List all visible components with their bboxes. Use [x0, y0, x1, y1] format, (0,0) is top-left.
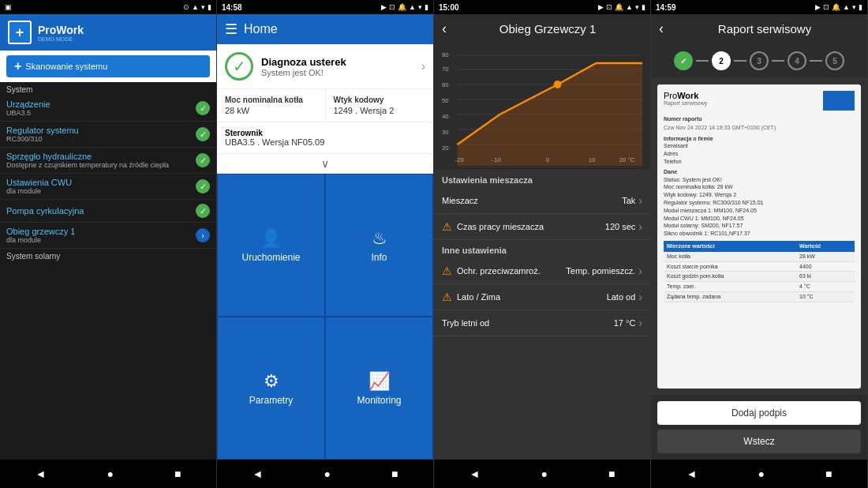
sterownik-row: Sterownik UBA3.5 . Wersja NF05.09 [217, 122, 433, 154]
doc-brand-pro: Pro [664, 91, 677, 100]
chevron-right-icon-2: › [638, 220, 642, 233]
nav-recents-icon-4[interactable]: ■ [825, 467, 832, 480]
svg-text:30: 30 [442, 129, 449, 136]
diag-check-icon: ✓ [225, 52, 253, 81]
step-1: ✓ [674, 51, 693, 70]
scan-button[interactable]: Skanowanie systemu [6, 55, 210, 77]
table-row: Żądana temp. zadana 10 °C [664, 291, 855, 302]
nav-recents-icon-3[interactable]: ■ [608, 467, 615, 480]
doc-report-no-label: Numer raportu [664, 115, 855, 123]
doc-dane-header: Dane [664, 168, 855, 176]
nav-home-icon-2[interactable]: ● [324, 467, 330, 480]
wtyk-label: Wtyk kodowy [334, 96, 426, 104]
mixer-time-value: 120 sec › [605, 220, 642, 233]
wifi-icon-4: ▾ [852, 3, 856, 11]
cast-icon: ⊡ [389, 3, 395, 11]
doc-cwu1: Moduł CWU 1: MM100, NF24.05 [664, 215, 855, 223]
section-title-system: System [0, 82, 216, 96]
battery-icon-4: ▮ [859, 3, 862, 11]
add-signature-button[interactable]: Dodaj podpis [657, 401, 861, 425]
back-button-3[interactable]: ‹ [442, 21, 447, 37]
doc-subtitle: Raport serwisowy [664, 100, 707, 106]
chevron-right-icon-5: › [638, 317, 642, 329]
expand-button[interactable]: ∨ [217, 154, 433, 174]
grid-item-info[interactable]: ♨ Info [325, 174, 433, 317]
nav-back-icon-3[interactable]: ◄ [470, 467, 481, 480]
arrow-right-icon: › [196, 228, 210, 242]
nav-home-icon-3[interactable]: ● [541, 467, 547, 480]
doc-header: ProWork Raport serwisowy [664, 91, 855, 111]
s3-header: ‹ Obieg Grzewczy 1 [434, 14, 650, 43]
grid-item-monitoring[interactable]: 📈 Monitoring [325, 317, 433, 460]
nav-back-icon-2[interactable]: ◄ [253, 467, 264, 480]
diag-text: Diagnoza usterek System jest OK! [261, 56, 346, 77]
moc-label: Moc nominalna kotła [225, 96, 317, 104]
list-item[interactable]: Obieg grzewczy 1 dla module › [0, 223, 216, 249]
grid-item-parametry[interactable]: ⚙ Parametry [217, 317, 325, 460]
play-icon-3: ▶ [598, 3, 604, 11]
s2-title: Home [244, 22, 278, 36]
doc-values-table: Mierzone wartości Wartość Moc kotła 28 k… [664, 241, 855, 302]
list-item[interactable]: Ustawienia CWU dla module ✓ [0, 174, 216, 200]
item-sub: dla module [6, 187, 72, 195]
back-button-report[interactable]: Wstecz [657, 430, 861, 453]
section-title-solar: System solarny [0, 249, 216, 262]
brand-pro: Pro [38, 24, 56, 36]
s1-header: + ProWork DEMO MODE [0, 14, 216, 51]
doc-regulator: Regulator systemu: RC300/310 NF15.01 [664, 199, 855, 207]
grid-label-uruchomienie: Uruchomienie [241, 252, 300, 263]
nav-home-icon-4[interactable]: ● [758, 467, 764, 480]
mixer-time-row[interactable]: ⚠ Czas pracy mieszacza 120 sec › [434, 214, 650, 240]
list-item[interactable]: Pompa cyrkulacyjna ✓ [0, 200, 216, 223]
chevron-right-icon-3: › [638, 265, 642, 277]
status-icons-left: ▣ [5, 3, 12, 11]
s4-body: ✓ 2 3 4 5 ProWork Raport serwisowy [651, 43, 867, 460]
frost-row-left: ⚠ Ochr. przeciwzamroż. [442, 265, 541, 277]
status-bar-3: 15:00 ▶ ⊡ 🔔 ▲ ▾ ▮ [434, 0, 650, 14]
item-name: Ustawienia CWU [6, 178, 72, 187]
frost-value: Temp. pomieszcz. › [566, 265, 642, 277]
table-row: Temp. zaer. 4 °C [664, 282, 855, 292]
s4-button-area: Dodaj podpis Wstecz [651, 395, 867, 460]
step-3: 3 [750, 51, 769, 70]
step-line-4 [810, 60, 822, 62]
doc-solarny: Moduł solarny: SM200, NF17.57 [664, 222, 855, 230]
doc-content: Numer raportu Czw Nov 24 2022 14:19:33 G… [664, 115, 855, 302]
nav-home-icon[interactable]: ● [107, 467, 113, 480]
sterownik-label: Sterownik [225, 129, 425, 137]
s1-brand: ProWork DEMO MODE [38, 24, 84, 42]
nav-recents-icon-2[interactable]: ■ [391, 467, 398, 480]
nav-back-icon-4[interactable]: ◄ [687, 467, 698, 480]
battery-icon-3: ▮ [642, 3, 645, 11]
table-header-value: Wartość [796, 241, 855, 252]
info-icon: ♨ [372, 228, 387, 249]
back-button-4[interactable]: ‹ [659, 21, 664, 37]
moc-value: 28 kW [225, 106, 317, 115]
list-item[interactable]: Sprzęgło hydrauliczne Dostępne z czujnik… [0, 148, 216, 174]
hamburger-icon[interactable]: ☰ [225, 21, 238, 38]
item-text-pompa: Pompa cyrkulacyjna [6, 206, 84, 216]
summer-row[interactable]: ⚠ Lato / Zima Lato od › [434, 284, 650, 310]
status-time-4: 14:59 [656, 3, 676, 12]
nav-back-icon[interactable]: ◄ [36, 467, 47, 480]
s3-title: Obieg Grzewczy 1 [453, 22, 642, 36]
doc-blue-box [823, 91, 855, 111]
diagnoza-row[interactable]: ✓ Diagnoza usterek System jest OK! › [217, 44, 433, 89]
svg-text:20 °C: 20 °C [619, 156, 635, 163]
mixer-row[interactable]: Mieszacz Tak › [434, 188, 650, 214]
frost-row[interactable]: ⚠ Ochr. przeciwzamroż. Temp. pomieszcz. … [434, 258, 650, 284]
doc-moc: Moc nominalka kotła: 28 kW [664, 183, 855, 191]
list-item[interactable]: Urządzenie UBA3.5 ✓ [0, 96, 216, 122]
summer-temp-row[interactable]: Tryb letni od 17 °C › [434, 310, 650, 336]
svg-text:-20: -20 [455, 156, 465, 163]
info-row-moc-wtyk: Moc nominalna kotła 28 kW Wtyk kodowy 12… [217, 89, 433, 122]
warn-icon-summer: ⚠ [442, 291, 452, 303]
grid-item-uruchomienie[interactable]: 👤 Uruchomienie [217, 174, 325, 317]
wifi-icon: ▾ [201, 3, 205, 11]
list-item[interactable]: Regulator systemu RC300/310 ✓ [0, 122, 216, 148]
nav-recents-icon[interactable]: ■ [174, 467, 181, 480]
s2-body: ✓ Diagnoza usterek System jest OK! › Moc… [217, 44, 433, 460]
svg-text:20: 20 [442, 145, 449, 152]
item-name: Urządzenie [6, 99, 51, 109]
summer-temp-label: Tryb letni od [442, 318, 489, 328]
